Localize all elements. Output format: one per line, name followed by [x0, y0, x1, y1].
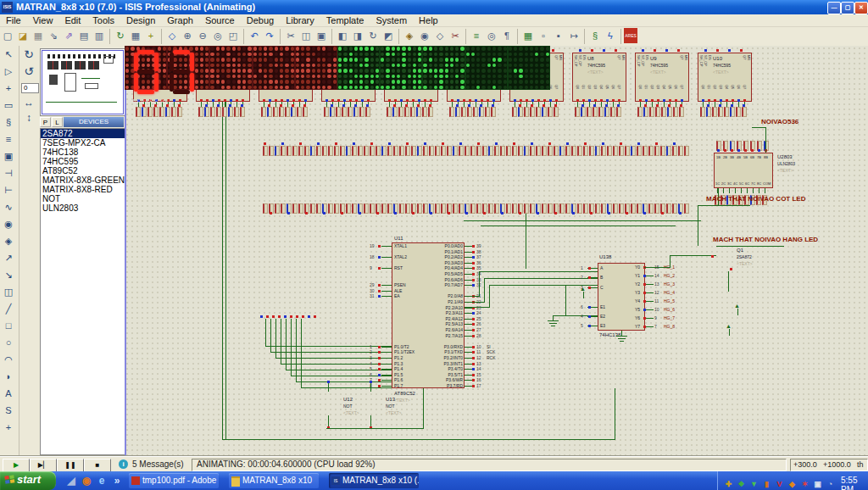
menu-help[interactable]: Help [413, 14, 444, 26]
net-label-box[interactable] [291, 107, 296, 117]
2d-path-icon[interactable]: ◗ [0, 368, 17, 385]
pick-parts-button[interactable]: P [40, 117, 51, 127]
start-button[interactable]: start [0, 471, 56, 490]
net-label-box[interactable] [358, 146, 363, 156]
2d-arc-icon[interactable]: ◠ [0, 351, 17, 368]
net-label-box[interactable] [376, 146, 381, 156]
wire[interactable] [645, 318, 654, 319]
text-script-icon[interactable]: § [0, 114, 17, 131]
net-label-box[interactable] [423, 146, 428, 156]
net-label-box[interactable] [393, 146, 398, 156]
net-label-box[interactable] [619, 146, 624, 156]
net-label-box[interactable] [524, 203, 529, 214]
net-label-box[interactable] [601, 203, 606, 214]
net-label-box[interactable] [441, 146, 446, 156]
open-folder-icon[interactable]: ◪ [15, 28, 31, 43]
net-label-box[interactable] [559, 146, 565, 156]
toggle-grid-icon[interactable]: ▦ [128, 28, 143, 43]
net-label-box[interactable] [267, 107, 272, 117]
device-item-2sa872[interactable]: 2SA872 [41, 129, 125, 138]
net-label-box[interactable] [598, 107, 604, 117]
net-label-box[interactable] [473, 107, 478, 117]
net-label-box[interactable] [171, 107, 176, 117]
net-label-box[interactable] [577, 203, 582, 214]
wire[interactable] [753, 188, 754, 193]
net-label-box[interactable] [273, 107, 278, 117]
device-pins-icon[interactable]: ⊢ [0, 181, 17, 198]
rotation-angle-field[interactable]: 0 [21, 83, 39, 93]
net-label-box[interactable] [279, 107, 284, 117]
net-label-box[interactable] [530, 203, 535, 214]
net-label-box[interactable] [287, 146, 292, 156]
net-label-box[interactable] [565, 146, 570, 156]
mark-print-area-icon[interactable]: ▥ [92, 28, 107, 43]
stop-button[interactable]: ■ [84, 459, 111, 472]
net-label-box[interactable] [660, 146, 665, 156]
wire[interactable] [265, 319, 266, 346]
net-label-box[interactable] [204, 107, 209, 117]
net-label-box[interactable] [470, 146, 476, 156]
net-label-box[interactable] [613, 146, 618, 156]
tray-star-icon[interactable]: ✶ [798, 480, 811, 488]
block-move-icon[interactable]: ◨ [350, 28, 365, 43]
net-label-box[interactable] [269, 146, 274, 156]
schematic-canvas[interactable]: U174HC595<TEXT>SH_CPST_CPDSQ7'MRQ0Q1Q2Q3… [125, 46, 868, 456]
wire[interactable] [301, 387, 392, 388]
redo-icon[interactable]: ↷ [262, 28, 277, 43]
electrical-rules-check-icon[interactable]: ϟ [603, 28, 618, 43]
net-label-box[interactable] [524, 107, 529, 117]
wire[interactable] [423, 388, 424, 428]
import-section-icon[interactable]: ⇘ [46, 28, 61, 43]
wire[interactable] [729, 188, 730, 193]
generator-icon[interactable]: ◈ [0, 232, 17, 249]
overview-window[interactable] [40, 48, 125, 116]
wire[interactable] [526, 214, 526, 269]
net-label-box[interactable] [142, 107, 147, 117]
wire[interactable] [328, 383, 329, 392]
net-label-box[interactable] [571, 146, 576, 156]
cut-icon[interactable]: ✂ [283, 28, 298, 43]
tray-volume-icon[interactable]: ◔ [824, 480, 837, 488]
wire[interactable] [489, 285, 490, 308]
net-label-box[interactable] [610, 107, 615, 117]
wire[interactable] [735, 188, 736, 193]
net-label-box[interactable] [742, 107, 747, 117]
terminals-icon[interactable]: ⊣ [0, 164, 17, 181]
net-label-box[interactable] [159, 107, 164, 117]
wire[interactable] [716, 246, 784, 247]
wire[interactable] [615, 388, 615, 439]
net-label-box[interactable] [381, 146, 387, 156]
net-label-box[interactable] [222, 107, 227, 117]
tape-recorder-icon[interactable]: ◉ [0, 215, 17, 232]
step-button[interactable]: ▶▏ [30, 459, 57, 472]
net-label-box[interactable] [298, 203, 303, 214]
block-copy-icon[interactable]: ◧ [335, 28, 350, 43]
selection-pointer-icon[interactable]: ↖ [0, 46, 17, 63]
wire[interactable] [270, 352, 392, 353]
wire[interactable] [381, 291, 392, 292]
net-label-box[interactable] [417, 146, 422, 156]
message-count[interactable]: 5 Message(s) [132, 459, 184, 469]
bill-of-materials-icon[interactable]: § [587, 28, 603, 43]
net-label-box[interactable] [601, 146, 606, 156]
net-label-box[interactable] [536, 107, 541, 117]
net-label-box[interactable] [491, 107, 496, 117]
net-label-box[interactable] [548, 146, 553, 156]
net-label-box[interactable] [417, 203, 422, 214]
net-label-box[interactable] [593, 107, 598, 117]
net-label-box[interactable] [679, 107, 684, 117]
maximize-button[interactable]: ▢ [841, 2, 854, 14]
net-label-box[interactable] [643, 107, 648, 117]
remove-sheet-icon[interactable]: ▪ [551, 28, 566, 43]
net-label-box[interactable] [485, 107, 490, 117]
net-label-box[interactable] [281, 146, 286, 156]
wire[interactable] [464, 220, 701, 221]
tray-update-icon[interactable]: ▼ [748, 480, 760, 488]
net-label-box[interactable] [604, 107, 609, 117]
net-label-box[interactable] [655, 107, 660, 117]
wire-autorouter-icon[interactable]: ≡ [469, 28, 484, 43]
net-label-box[interactable] [435, 146, 440, 156]
net-label-box[interactable] [370, 203, 375, 214]
wire[interactable] [465, 302, 484, 303]
net-label-box[interactable] [342, 107, 347, 117]
